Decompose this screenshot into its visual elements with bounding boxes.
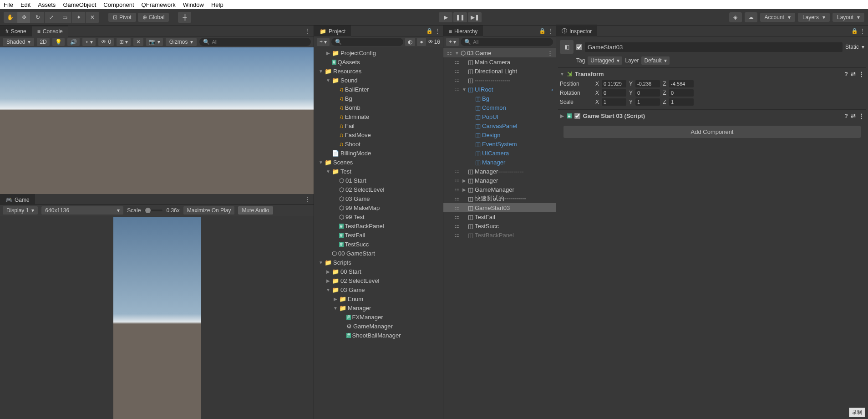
project-item-sound[interactable]: ▼📁 Sound: [314, 76, 443, 85]
snap-toggle[interactable]: ╫: [178, 12, 192, 23]
project-item-bg[interactable]: ♫ Bg: [314, 94, 443, 103]
project-item-02-selectlevel[interactable]: ⬡ 02 SelectLevel: [314, 185, 443, 194]
project-item-projectconfig[interactable]: ▶📁 ProjectConfig: [314, 48, 443, 57]
project-more-icon[interactable]: ⋮: [435, 28, 440, 34]
lighting-icon[interactable]: 💡: [52, 38, 65, 46]
project-search[interactable]: 🔍: [331, 38, 403, 46]
pivot-toggle[interactable]: ⊡ Pivot: [108, 13, 136, 22]
hierarchy-item-testsucc[interactable]: ⚏◫ TestSucc: [443, 221, 556, 230]
transform-more-icon[interactable]: ⋮: [858, 71, 864, 77]
layout-dropdown[interactable]: Layout ▾: [832, 13, 864, 22]
active-checkbox[interactable]: [576, 44, 582, 50]
inspector-more-icon[interactable]: ⋮: [860, 28, 865, 34]
project-item-03-game[interactable]: ⬡ 03 Game: [314, 194, 443, 203]
position-y[interactable]: [635, 80, 660, 87]
hand-tool[interactable]: ✋: [4, 12, 17, 23]
scene-row-more-icon[interactable]: ⋮: [547, 50, 553, 56]
project-item-bomb[interactable]: ♫ Bomb: [314, 103, 443, 112]
scene-more-icon[interactable]: ⋮: [305, 28, 310, 34]
scene-row[interactable]: ⚏▼ ⬡ 03 Game ⋮: [443, 48, 556, 57]
scale-tool[interactable]: ⤢: [45, 12, 58, 23]
project-search-input[interactable]: [344, 39, 400, 45]
hierarchy-item-main-camera[interactable]: ⚏◫ Main Camera: [443, 57, 556, 66]
menu-qframework[interactable]: QFramework: [142, 1, 176, 8]
tag-dropdown[interactable]: Untagged ▾: [588, 56, 622, 65]
shading-dropdown[interactable]: Shaded ▾: [3, 38, 34, 46]
transform-foldout[interactable]: ▼: [560, 72, 564, 77]
hierarchy-item-bg[interactable]: ◫ Bg: [443, 94, 556, 103]
project-item-fastmove[interactable]: ♫ FastMove: [314, 130, 443, 139]
project-lock-icon[interactable]: 🔒: [426, 28, 433, 34]
gameobject-name-field[interactable]: GameStart03: [585, 42, 843, 52]
layer-dropdown[interactable]: Default ▾: [641, 56, 670, 65]
project-item-resources[interactable]: ▼📁 Resources: [314, 66, 443, 76]
project-item-00-gamestart[interactable]: ⬡ 00 GameStart: [314, 249, 443, 258]
hierarchy-item-design[interactable]: ◫ Design: [443, 130, 556, 139]
project-filter-icon[interactable]: ◐: [405, 38, 415, 46]
rect-tool[interactable]: ▭: [58, 12, 72, 23]
hierarchy-item-testfail[interactable]: ⚏◫ TestFail: [443, 212, 556, 221]
hierarchy-search[interactable]: 🔍: [461, 38, 553, 46]
display-dropdown[interactable]: Display 1 ▾: [3, 206, 38, 215]
hierarchy-item-manager[interactable]: ◫ Manager: [443, 158, 556, 167]
project-item-fail[interactable]: ♫ Fail: [314, 121, 443, 130]
project-item-scripts[interactable]: ▼📁 Scripts: [314, 258, 443, 267]
hidden-icon[interactable]: 👁 0: [98, 38, 114, 46]
scene-search-input[interactable]: [212, 39, 307, 45]
project-item-manager[interactable]: ▼📁 Manager: [314, 303, 443, 312]
transform-tool[interactable]: ✦: [72, 12, 86, 23]
hierarchy-item--[interactable]: ⚏◫ ------------------: [443, 76, 556, 85]
project-item-01-start[interactable]: ⬡ 01 Start: [314, 176, 443, 185]
tab-project[interactable]: 📁 Project: [314, 26, 351, 36]
position-z[interactable]: [669, 80, 694, 87]
cloud-button[interactable]: ☁: [745, 12, 757, 22]
tab-console[interactable]: ≡ Console: [32, 26, 68, 36]
record-button[interactable]: 录制: [849, 408, 865, 417]
project-item-shoot[interactable]: ♫ Shoot: [314, 139, 443, 148]
static-dropdown[interactable]: ▾: [862, 44, 864, 50]
layers-dropdown[interactable]: Layers ▾: [798, 13, 830, 22]
scale-x[interactable]: [602, 98, 626, 106]
hierarchy-item-popui[interactable]: ◫ PopUI: [443, 112, 556, 121]
hierarchy-item-uiroot[interactable]: ⚏▼◫ UIRoot›: [443, 85, 556, 94]
hierarchy-more-icon[interactable]: ⋮: [548, 28, 553, 34]
menu-component[interactable]: Component: [103, 1, 134, 8]
project-item-03-game[interactable]: ▼📁 03 Game: [314, 285, 443, 294]
project-fav-icon[interactable]: ●: [417, 38, 426, 46]
menu-file[interactable]: File: [4, 1, 13, 8]
inspector-lock-icon[interactable]: 🔒: [851, 28, 858, 34]
project-item-testfail[interactable]: # TestFail: [314, 230, 443, 240]
pause-button[interactable]: ❚❚: [453, 12, 467, 22]
menu-gameobject[interactable]: GameObject: [63, 1, 96, 8]
hierarchy-item-canvaspanel[interactable]: ◫ CanvasPanel: [443, 121, 556, 130]
project-item-02-selectlevel[interactable]: ▶📁 02 SelectLevel: [314, 276, 443, 285]
project-hidden[interactable]: 👁16: [428, 39, 440, 45]
menu-window[interactable]: Window: [183, 1, 204, 8]
project-item-99-makemap[interactable]: ⬡ 99 MakeMap: [314, 203, 443, 212]
rotate-tool[interactable]: ↻: [31, 12, 45, 23]
hierarchy-item-directional-light[interactable]: ⚏◫ Directional Light: [443, 66, 556, 76]
project-item-eliminate[interactable]: ♫ Eliminate: [314, 112, 443, 121]
hierarchy-item-testbackpanel[interactable]: ⚏◫ TestBackPanel: [443, 230, 556, 240]
project-item-testbackpanel[interactable]: # TestBackPanel: [314, 221, 443, 230]
project-tree[interactable]: ▶📁 ProjectConfig# QAssets▼📁 Resources▼📁 …: [314, 47, 443, 419]
position-x[interactable]: [602, 80, 626, 87]
scale-slider[interactable]: [144, 210, 162, 211]
audio-icon[interactable]: 🔊: [67, 38, 80, 46]
tab-inspector[interactable]: ⓘ Inspector: [556, 25, 597, 37]
mute-button[interactable]: Mute Audio: [238, 206, 273, 215]
gameobject-icon[interactable]: ◧: [560, 40, 574, 54]
menu-edit[interactable]: Edit: [20, 1, 30, 8]
project-item-testsucc[interactable]: # TestSucc: [314, 240, 443, 249]
menu-assets[interactable]: Assets: [38, 1, 56, 8]
hierarchy-item-gamestart03[interactable]: ⚏◫ GameStart03: [443, 203, 556, 212]
collab-button[interactable]: ◈: [729, 12, 742, 22]
hierarchy-item-manager[interactable]: ⚏▶◫ Manager: [443, 176, 556, 185]
scale-y[interactable]: [635, 98, 660, 106]
script-foldout[interactable]: ▶: [560, 113, 564, 118]
account-dropdown[interactable]: Account ▾: [760, 13, 795, 22]
hierarchy-item-uicamera[interactable]: ◫ UICamera: [443, 148, 556, 158]
menu-help[interactable]: Help: [211, 1, 223, 8]
project-item-enum[interactable]: ▶📁 Enum: [314, 294, 443, 303]
hierarchy-item-gamemanager[interactable]: ⚏▶◫ GameManager: [443, 185, 556, 194]
